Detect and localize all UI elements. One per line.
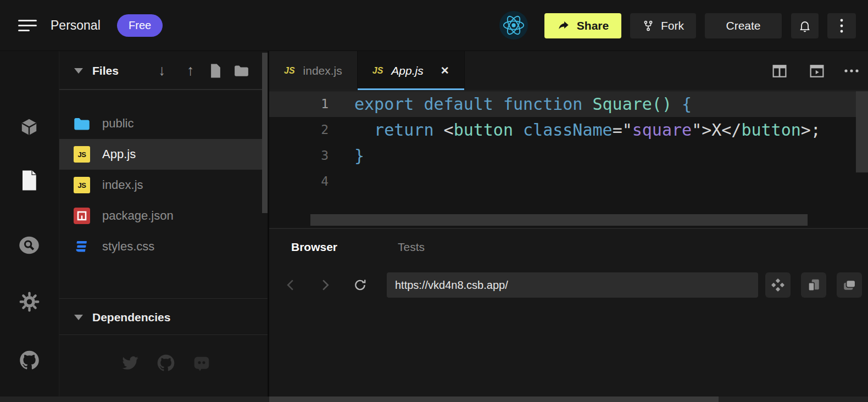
more-options-button[interactable]	[827, 13, 856, 38]
line-number: 4	[269, 169, 329, 194]
code-line-2[interactable]: 2 return <button className="square">X</b…	[269, 117, 856, 143]
code-line-3[interactable]: 3}	[269, 143, 856, 169]
github-icon[interactable]	[19, 350, 40, 371]
file-row-index.js[interactable]: JSindex.js	[59, 170, 262, 200]
fork-button[interactable]: Fork	[630, 13, 696, 38]
share-label: Share	[577, 19, 609, 32]
file-row-App.js[interactable]: JSApp.js	[59, 139, 262, 170]
editor-vertical-scrollbar[interactable]	[856, 91, 868, 172]
code-lines: 1export default function Square() {2 ret…	[269, 91, 868, 194]
react-logo-icon[interactable]	[499, 11, 528, 40]
browser-nav-row: https://vkd4n8.csb.app/	[269, 265, 868, 305]
workspace-name[interactable]: Personal	[51, 0, 101, 51]
chevron-down-icon	[74, 68, 83, 74]
notifications-button[interactable]	[791, 13, 819, 38]
codesandbox-app: Personal Free Share Fork	[0, 0, 868, 402]
create-label: Create	[726, 19, 760, 32]
forward-icon[interactable]	[314, 273, 336, 297]
files-section-header[interactable]: Files ↓ ↑	[59, 51, 268, 90]
file-name-label: package.json	[102, 209, 174, 223]
line-number: 3	[269, 143, 329, 169]
dependencies-title: Dependencies	[92, 299, 170, 336]
js-file-icon: JS	[74, 177, 90, 193]
upload-icon[interactable]: ↑	[187, 51, 194, 90]
editor-more-icon[interactable]	[843, 63, 860, 79]
code-text: export default function Square() {	[329, 94, 692, 114]
files-panel: Files ↓ ↑ publicJSApp.jsJSindex.jspackag…	[59, 51, 268, 402]
open-in-new-window-icon[interactable]	[837, 272, 862, 298]
kebab-menu-icon	[840, 19, 843, 33]
js-tab-icon: JS	[284, 66, 295, 76]
twitter-icon[interactable]	[121, 354, 139, 372]
download-icon[interactable]: ↓	[158, 51, 166, 90]
preview-panel: BrowserTests https://vkd4n8.csb.app/	[269, 228, 868, 402]
preview-tabs: BrowserTests	[291, 229, 425, 265]
file-name-label: styles.css	[102, 239, 154, 254]
social-links	[59, 354, 268, 372]
split-editor-icon[interactable]	[771, 63, 788, 79]
code-text: return <button className="square">X</but…	[329, 120, 821, 139]
responsive-mode-icon[interactable]	[801, 272, 826, 298]
code-text	[329, 172, 354, 191]
workspace-scrollbar-thumb[interactable]	[269, 397, 719, 402]
js-tab-icon: JS	[372, 66, 383, 76]
discord-icon[interactable]	[193, 354, 210, 372]
create-button[interactable]: Create	[705, 13, 782, 38]
file-list: publicJSApp.jsJSindex.jspackage.jsonstyl…	[59, 90, 268, 262]
search-icon[interactable]	[19, 235, 40, 255]
sandbox-box-icon[interactable]	[19, 117, 40, 138]
plan-badge: Free	[117, 14, 163, 37]
preview-tab-tests[interactable]: Tests	[398, 241, 425, 254]
workspace-scrollbar-track	[0, 397, 868, 402]
dependencies-section-header[interactable]: Dependencies	[59, 298, 268, 335]
new-folder-icon[interactable]	[234, 51, 249, 90]
github-community-icon[interactable]	[157, 354, 175, 372]
menu-icon[interactable]	[18, 20, 37, 32]
top-header: Personal Free Share Fork	[0, 0, 868, 51]
css-file-icon	[74, 238, 90, 255]
tab-label: App.js	[391, 64, 423, 77]
new-file-icon[interactable]	[210, 51, 221, 90]
url-address-bar[interactable]: https://vkd4n8.csb.app/	[387, 272, 758, 298]
chevron-down-icon	[74, 315, 83, 320]
file-name-label: App.js	[102, 147, 136, 161]
code-editor[interactable]: 1export default function Square() {2 ret…	[269, 91, 868, 228]
editor-tab-App.js[interactable]: JSApp.js✕	[358, 51, 465, 90]
fork-icon	[642, 19, 654, 32]
preview-tab-browser[interactable]: Browser	[291, 241, 337, 254]
folder-icon	[74, 115, 90, 132]
npm-package-icon	[74, 208, 90, 224]
code-line-1[interactable]: 1export default function Square() {	[269, 91, 856, 117]
file-row-styles.css[interactable]: styles.css	[59, 231, 262, 262]
share-arrow-icon	[557, 20, 570, 32]
bell-icon	[798, 19, 811, 33]
explorer-files-icon[interactable]	[19, 170, 40, 191]
code-line-4[interactable]: 4	[269, 169, 856, 194]
fork-label: Fork	[661, 19, 684, 32]
file-row-public[interactable]: public	[59, 108, 262, 139]
close-tab-icon[interactable]: ✕	[441, 64, 449, 77]
line-number: 2	[269, 117, 329, 143]
refresh-icon[interactable]	[349, 273, 371, 297]
share-button[interactable]: Share	[544, 13, 621, 38]
back-icon[interactable]	[279, 273, 301, 297]
file-row-package.json[interactable]: package.json	[59, 200, 262, 231]
line-number: 1	[269, 91, 329, 117]
editor-column: JSindex.jsJSApp.js✕ 1export default func…	[269, 51, 868, 402]
preview-window-icon[interactable]	[808, 63, 826, 79]
editor-horizontal-scrollbar[interactable]	[310, 214, 808, 226]
file-name-label: public	[102, 116, 133, 131]
files-title: Files	[92, 51, 119, 90]
activity-rail	[0, 51, 59, 402]
editor-tab-index.js[interactable]: JSindex.js	[269, 51, 358, 90]
settings-gear-icon[interactable]	[19, 291, 40, 312]
js-file-icon: JS	[74, 146, 90, 163]
tab-label: index.js	[303, 64, 342, 77]
file-name-label: index.js	[102, 178, 143, 192]
editor-tabs: JSindex.jsJSApp.js✕	[269, 51, 465, 90]
editor-tabbar: JSindex.jsJSApp.js✕	[269, 51, 868, 91]
code-text: }	[329, 146, 364, 165]
csb-diamonds-icon[interactable]	[765, 272, 791, 298]
